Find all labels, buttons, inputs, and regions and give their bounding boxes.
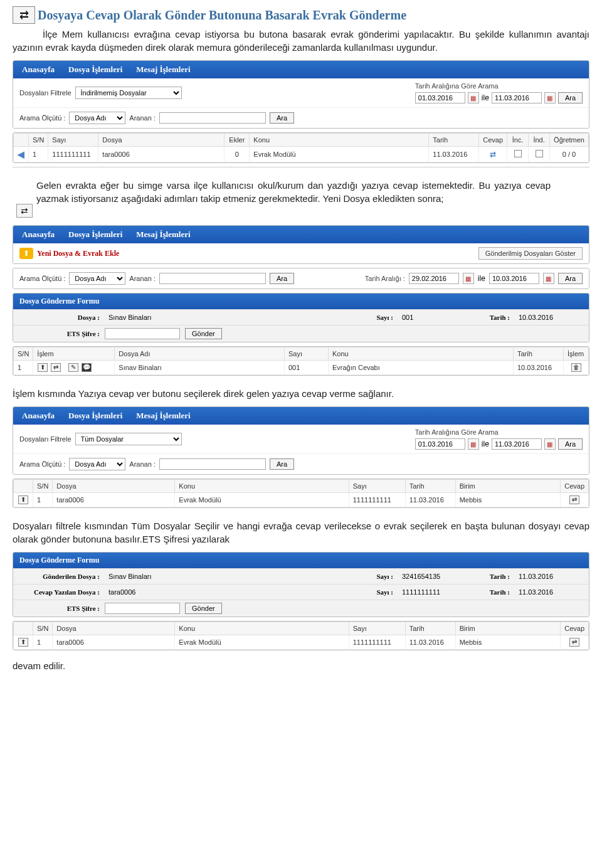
date-range-label: Tarih Aralığına Göre Arama <box>415 82 583 90</box>
col-tarih: Tarih <box>514 347 564 361</box>
col-cevap: Cevap <box>561 622 589 635</box>
delete-icon[interactable]: 🗑 <box>571 363 581 372</box>
search-button[interactable]: Ara <box>270 458 294 470</box>
date-from-input[interactable] <box>415 438 465 450</box>
filter-select[interactable]: İndirilmemiş Dosyalar <box>75 87 182 99</box>
comment-icon[interactable]: 💬 <box>82 363 92 372</box>
search-input[interactable] <box>159 273 266 284</box>
col-sayi: Sayı <box>48 134 98 147</box>
table-row[interactable]: ⬆ 1 tara0006 Evrak Modülü 1111111111 11.… <box>14 635 589 650</box>
criteria-label: Arama Ölçütü : <box>19 460 65 468</box>
date-search-button[interactable]: Ara <box>558 438 583 450</box>
date-to-input[interactable] <box>492 438 542 450</box>
sayi-label: Sayı : <box>362 314 393 321</box>
criteria-select[interactable]: Dosya Adı <box>69 112 125 124</box>
criteria-select[interactable]: Dosya Adı <box>69 272 125 285</box>
show-sent-button[interactable]: Gönderilmiş Dosyaları Göster <box>478 247 583 260</box>
panel-all-files: Anasayfa Dosya İşlemleri Mesaj İşlemleri… <box>13 406 589 475</box>
col-sayi: Sayı <box>349 622 405 635</box>
form-title: Dosya Gönderme Formu <box>13 553 589 568</box>
col-sn: S/N <box>29 134 48 147</box>
table-row[interactable]: ⬆ 1 tara0006 Evrak Modülü 1111111111 11.… <box>14 493 589 507</box>
reply-request-icon[interactable]: ⇄ <box>490 150 496 159</box>
col-sayi: Sayı <box>349 480 405 493</box>
col-tarih: Tarih <box>429 134 479 147</box>
criteria-select[interactable]: Dosya Adı <box>69 458 125 470</box>
date-to-input[interactable] <box>492 92 542 103</box>
cell-dosya: tara0006 <box>53 635 175 650</box>
col-ogretmen: Öğretmen <box>550 134 589 147</box>
reply-icon[interactable]: ⇄ <box>569 638 579 647</box>
reply-icon[interactable]: ⇄ <box>51 363 61 372</box>
date-search-button[interactable]: Ara <box>558 92 583 103</box>
search-button[interactable]: Ara <box>270 112 294 124</box>
calendar-icon[interactable]: ▦ <box>543 273 554 284</box>
menu-file-ops[interactable]: Dosya İşlemleri <box>68 411 122 421</box>
table-row[interactable]: ◀ 1 1111111111 tara0006 0 Evrak Modülü 1… <box>14 147 589 162</box>
calendar-icon[interactable]: ▦ <box>544 438 556 450</box>
date-sep: ile <box>478 274 485 283</box>
upload-icon[interactable]: ⬆ <box>38 363 48 372</box>
upload-folder-icon[interactable]: ⬆ <box>19 248 33 259</box>
menu-msg-ops[interactable]: Mesaj İşlemleri <box>136 411 190 421</box>
date-from-input[interactable] <box>409 273 459 284</box>
edit-icon[interactable]: ✎ <box>68 363 78 372</box>
criteria-label: Arama Ölçütü : <box>19 114 65 122</box>
col-blank <box>14 622 33 635</box>
gonder-button[interactable]: Gönder <box>185 328 222 339</box>
upload-icon[interactable]: ⬆ <box>18 495 28 504</box>
search-input[interactable] <box>159 112 266 124</box>
col-dosya: Dosya <box>53 480 175 493</box>
date-sep: ile <box>482 93 489 102</box>
menu-home[interactable]: Anasayfa <box>22 411 55 421</box>
cell-dosya: tara0006 <box>98 147 224 162</box>
col-konu: Konu <box>175 622 349 635</box>
menu-file-ops[interactable]: Dosya İşlemleri <box>68 65 122 75</box>
ets-input[interactable] <box>105 603 180 614</box>
calendar-icon[interactable]: ▦ <box>468 92 479 103</box>
col-tarih: Tarih <box>405 480 455 493</box>
tarih2-value: 11.03.2016 <box>515 587 584 597</box>
menu-msg-ops[interactable]: Mesaj İşlemleri <box>136 65 190 75</box>
tarih-label: Tarih : <box>478 588 510 596</box>
reply-arrows-icon: ⇄ <box>13 6 35 24</box>
col-birim: Birim <box>455 622 561 635</box>
new-file-button[interactable]: Yeni Dosya & Evrak Ekle <box>37 249 119 258</box>
row-select-icon[interactable]: ◀ <box>18 149 24 159</box>
search-label: Aranan : <box>129 114 156 122</box>
gonder-button[interactable]: Gönder <box>185 603 222 614</box>
cell-sayi: 1111111111 <box>349 493 405 507</box>
cell-sn: 1 <box>33 635 53 650</box>
filter-select[interactable]: Tüm Dosyalar <box>75 433 182 445</box>
col-islem2: İşlem <box>564 347 589 361</box>
ind-checkbox[interactable] <box>536 150 543 157</box>
date-search-button[interactable]: Ara <box>558 273 583 284</box>
col-sayi: Sayı <box>284 347 328 361</box>
tarih-label: Tarih : <box>478 314 510 321</box>
search-button[interactable]: Ara <box>270 273 294 284</box>
calendar-icon[interactable]: ▦ <box>544 92 556 103</box>
inc-checkbox[interactable] <box>514 150 522 157</box>
paragraph-end: devam edilir. <box>13 659 589 672</box>
send-form-final: Dosya Gönderme Formu Gönderilen Dosya : … <box>13 552 589 617</box>
search-input[interactable] <box>159 458 266 470</box>
form-title: Dosya Gönderme Formu <box>13 294 589 309</box>
menu-msg-ops[interactable]: Mesaj İşlemleri <box>136 230 190 240</box>
upload-icon[interactable]: ⬆ <box>18 638 28 647</box>
menu-home[interactable]: Anasayfa <box>22 230 55 240</box>
menu-home[interactable]: Anasayfa <box>22 65 55 75</box>
col-konu: Konu <box>328 347 513 361</box>
reply-icon[interactable]: ⇄ <box>569 495 579 504</box>
search-label: Aranan : <box>129 275 156 282</box>
date-to-input[interactable] <box>489 273 539 284</box>
cell-tarih: 11.03.2016 <box>405 493 455 507</box>
calendar-icon[interactable]: ▦ <box>468 438 479 450</box>
calendar-icon[interactable]: ▦ <box>463 273 474 284</box>
ets-input[interactable] <box>105 328 180 339</box>
menu-file-ops[interactable]: Dosya İşlemleri <box>68 230 122 240</box>
send-form: Dosya Gönderme Formu Dosya : Sınav Binal… <box>13 293 589 342</box>
table-row[interactable]: 1 ⬆ ⇄ ✎ 💬 Sınav Binaları 001 Evrağın Cev… <box>14 361 589 375</box>
col-konu: Konu <box>175 480 349 493</box>
cell-birim: Mebbis <box>455 493 561 507</box>
date-from-input[interactable] <box>415 92 465 103</box>
